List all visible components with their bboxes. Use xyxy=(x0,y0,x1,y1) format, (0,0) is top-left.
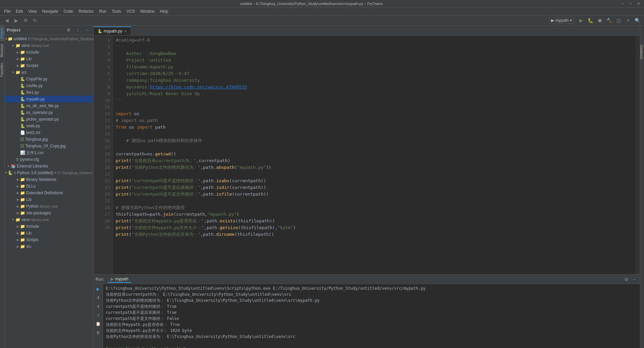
run-filter-button[interactable]: ≡ xyxy=(95,311,102,319)
sidebar-tab-favorites[interactable]: Favorites xyxy=(0,60,4,79)
run-toolbar-close[interactable]: − xyxy=(631,276,638,283)
tree-arrow-scripts: ▶ xyxy=(15,64,20,67)
tree-item-pyvenv[interactable]: ▶ ⚙ pyvenv.cfg xyxy=(5,156,93,163)
menu-tools[interactable]: Tools xyxy=(109,8,124,14)
code-editor[interactable]: 1234567891011121314151617181920212223242… xyxy=(94,36,640,274)
run-button[interactable]: ▶ xyxy=(577,16,585,24)
tree-item-tsinghua-jpg[interactable]: ▶ 🖼 Tsinghua.jpg xyxy=(5,136,93,143)
folder-icon-venv2: 📁 xyxy=(15,217,20,222)
tree-item-lib-ext[interactable]: ▶ 📁 Lib xyxy=(5,196,93,203)
stop-button[interactable]: ⏹ xyxy=(596,16,604,24)
bottom-section: Run: ▶ mypath ⚙ − ▶ ⬆ ⬇ xyxy=(94,274,640,348)
toolbar-vcs-button[interactable]: ↻ xyxy=(31,16,39,24)
run-left-bar: ▶ ⬆ ⬇ ≡ 📋 🗑 xyxy=(94,284,103,348)
tree-item-python38[interactable]: ▼ 🐍 < Python 3.8 (untitled) > E:\Tsinghu… xyxy=(5,169,93,176)
coverage-button[interactable]: ◫ xyxy=(614,16,623,24)
sidebar-tab-project[interactable]: Project xyxy=(0,25,4,41)
menu-view[interactable]: View xyxy=(25,8,40,14)
editor-body: 1234567891011121314151617181920212223242… xyxy=(94,36,640,348)
sidebar-tab-structure[interactable]: Structure xyxy=(0,41,4,60)
menu-window[interactable]: Window xyxy=(138,8,157,14)
tree-item-extdefs[interactable]: ▶ 📁 Extended Definitions xyxy=(5,190,93,196)
tree-item-mypath[interactable]: ▶ 🐍 mypath.py xyxy=(5,96,93,102)
tree-label-extdefs: Extended Definitions xyxy=(26,191,63,195)
tree-item-lib2[interactable]: ▶ 📁 Lib xyxy=(5,230,93,236)
tree-label-site: site-packages xyxy=(26,211,51,215)
tree-sublabel-venv2: library root xyxy=(31,218,49,222)
menu-run[interactable]: Run xyxy=(96,8,109,14)
breakpoint-area xyxy=(94,36,96,274)
tree-item-external-libs[interactable]: ▼ 📚 External Libraries xyxy=(5,163,93,169)
menu-file[interactable]: File xyxy=(1,8,13,14)
folder-icon-src: 📁 xyxy=(15,70,20,75)
tree-item-src[interactable]: ▼ 📁 src xyxy=(5,69,93,76)
run-trash-button[interactable]: 🗑 xyxy=(95,329,102,336)
toolbar-back-button[interactable]: ◀ xyxy=(3,16,11,24)
run-config-arrow: ▾ xyxy=(570,18,572,23)
tree-label-lib2: Lib xyxy=(26,231,32,235)
menu-vcs[interactable]: VCS xyxy=(124,8,138,14)
tree-item-os-dir[interactable]: ▶ 🐍 os_dir_and_file.py xyxy=(5,102,93,109)
tree-arrow-site: ▶ xyxy=(15,211,20,215)
tree-item-venv[interactable]: ▼ 📁 venv library root xyxy=(5,42,93,49)
img-icon-tsinghua: 🖼 xyxy=(20,137,24,142)
search-everywhere-button[interactable]: 🔍 xyxy=(633,16,641,24)
tree-item-venv2[interactable]: ▼ 📁 venv library root xyxy=(5,216,93,223)
toolbar-gear-button[interactable]: ⚙ xyxy=(21,16,30,24)
tree-item-csvfile[interactable]: ▶ 🐍 csvfile.py xyxy=(5,82,93,89)
tree-item-scripts[interactable]: ▶ 📁 Scripts xyxy=(5,62,93,69)
tree-item-include[interactable]: ▶ 📁 Include xyxy=(5,49,93,56)
run-tab-mypath[interactable]: ▶ mypath xyxy=(108,276,131,283)
tree-item-pickle[interactable]: ▶ 🐍 pickle_operator.py xyxy=(5,116,93,123)
tab-close-button[interactable]: ✕ xyxy=(124,29,127,33)
editor-tab-mypath[interactable]: 🐍 mypath.py ✕ xyxy=(94,26,131,35)
py-icon-mypath: 🐍 xyxy=(20,97,25,101)
toolbar-left: ◀ ▶ ⚙ ↻ xyxy=(3,16,39,24)
run-play-button[interactable]: ▶ xyxy=(95,285,102,293)
minimize-button[interactable]: ─ xyxy=(620,1,625,6)
tree-item-file1[interactable]: ▶ 🐍 file1.py xyxy=(5,89,93,96)
menu-navigate[interactable]: Navigate xyxy=(40,8,61,14)
run-toolbar-settings[interactable]: ⚙ xyxy=(623,276,630,283)
folder-icon-lib2: 📁 xyxy=(20,231,25,235)
profile-button[interactable]: ↗ xyxy=(624,16,632,24)
title-text: untitled – E:\Tsinghua_University\Python… xyxy=(3,2,620,6)
menu-refactor[interactable]: Refactor xyxy=(76,8,96,14)
menu-help[interactable]: Help xyxy=(157,8,171,14)
database-tab-label[interactable]: Database xyxy=(639,42,644,62)
project-collapse-button[interactable]: − xyxy=(83,26,91,34)
tree-label-untitled: untitled xyxy=(14,37,27,41)
tree-item-seek[interactable]: ▶ 🐍 seek.py xyxy=(5,123,93,129)
menu-edit[interactable]: Edit xyxy=(13,8,25,14)
tree-item-include2[interactable]: ▶ 📁 Include xyxy=(5,223,93,230)
close-button[interactable]: ✕ xyxy=(636,1,641,6)
tree-item-os-op[interactable]: ▶ 🐍 os_operator.py xyxy=(5,109,93,116)
tree-item-src2[interactable]: ▶ 📁 src xyxy=(5,243,93,250)
tree-item-tsinghua-copy[interactable]: ▶ 🖼 Tsinghua_Of_Copy.jpg xyxy=(5,143,93,149)
run-config-dropdown[interactable]: ▶ mypath ▾ xyxy=(549,17,574,24)
tree-item-lib-venv[interactable]: ▶ 📁 Lib xyxy=(5,56,93,62)
run-scroll-button[interactable]: 📋 xyxy=(95,320,102,328)
folder-icon-lib-venv: 📁 xyxy=(20,57,25,61)
maximize-button[interactable]: □ xyxy=(628,1,633,6)
tree-item-python-lib[interactable]: ▶ 📁 Python library root xyxy=(5,203,93,210)
code-content[interactable]: #coding=utf-8 ''' Author :SongBaoBao Pro… xyxy=(113,36,636,274)
tree-item-csv[interactable]: ▶ 📊 文件1.csv xyxy=(5,149,93,156)
tree-label-csvfile: csvfile.py xyxy=(26,83,43,88)
tree-item-untitled[interactable]: ▼ 📁 untitled E:\Tsinghua_University\Pyth… xyxy=(5,36,93,42)
tree-item-dlls[interactable]: ▶ 📁 DLLs xyxy=(5,183,93,190)
tree-item-test1[interactable]: ▶ 📄 test1.txt xyxy=(5,129,93,136)
menu-code[interactable]: Code xyxy=(61,8,76,14)
tree-item-copyfile[interactable]: ▶ 🐍 CopyFile.py xyxy=(5,76,93,82)
run-stop-button[interactable]: ⬆ xyxy=(95,294,102,301)
debug-button[interactable]: 🐛 xyxy=(586,16,594,24)
project-sort-button[interactable]: ↕ xyxy=(74,26,82,34)
tree-label-csv: 文件1.csv xyxy=(26,150,44,156)
tree-item-binary[interactable]: ▶ 📁 Binary Skeletons xyxy=(5,176,93,183)
run-rerun-button[interactable]: ⬇ xyxy=(95,303,102,310)
tree-item-scripts2[interactable]: ▶ 📁 Scripts xyxy=(5,236,93,243)
project-settings-button[interactable]: ⚙ xyxy=(64,26,72,34)
tree-item-site-packages[interactable]: ▶ 📁 site-packages xyxy=(5,210,93,216)
toolbar-forward-button[interactable]: ▶ xyxy=(12,16,20,24)
build-button[interactable]: 🔨 xyxy=(605,16,613,24)
